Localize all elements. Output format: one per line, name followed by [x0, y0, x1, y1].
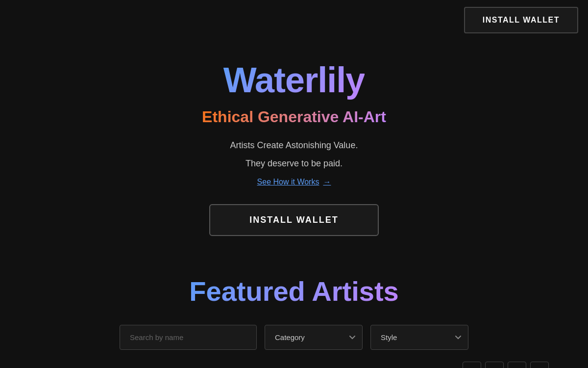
pagination-last-button[interactable]: >| [530, 362, 549, 368]
featured-artists-title: Featured Artists [189, 275, 398, 307]
hero-description-line2: They deserve to be paid. [245, 156, 343, 171]
pagination-next-button[interactable]: > [508, 362, 526, 368]
hero-title: Waterlily [223, 60, 365, 100]
pagination-first-button[interactable]: |< [463, 362, 481, 368]
install-wallet-main-button[interactable]: INSTALL WALLET [209, 204, 378, 236]
hero-description-line1: Artists Create Astonishing Value. [230, 138, 358, 153]
see-how-link-text: See How it Works [257, 178, 319, 186]
header: INSTALL WALLET [0, 0, 588, 40]
category-select[interactable]: Category Painting Digital Photography Sc… [265, 325, 363, 350]
filters-container: Category Painting Digital Photography Sc… [120, 325, 468, 350]
pagination-prev-button[interactable]: < [485, 362, 504, 368]
search-input[interactable] [120, 325, 257, 350]
pagination: |< < > >| [463, 362, 578, 368]
hero-subtitle: Ethical Generative AI-Art [202, 108, 386, 126]
see-how-link[interactable]: See How it Works → [257, 178, 331, 186]
install-wallet-header-button[interactable]: INSTALL WALLET [464, 7, 578, 33]
featured-section: Featured Artists Category Painting Digit… [0, 265, 588, 368]
style-select[interactable]: Style Abstract Realism Impressionism Mod… [370, 325, 468, 350]
hero-section: Waterlily Ethical Generative AI-Art Arti… [0, 40, 588, 265]
see-how-arrow-icon: → [323, 178, 331, 186]
